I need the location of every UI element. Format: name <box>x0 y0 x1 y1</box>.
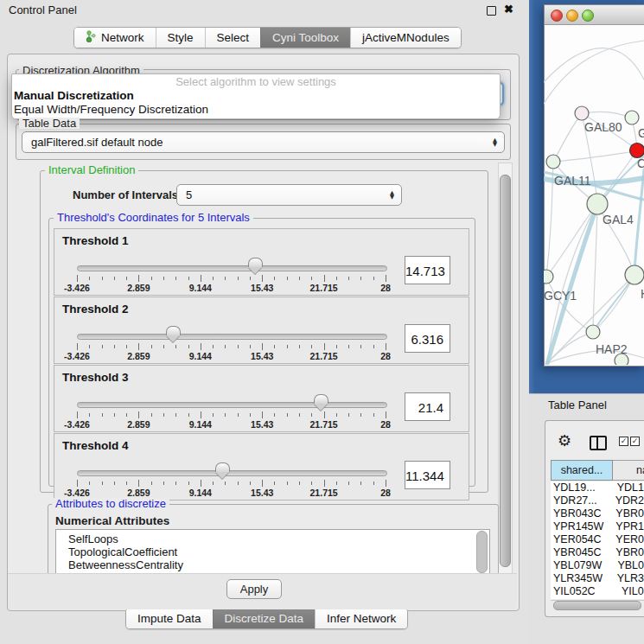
table-row[interactable]: YDR27...YDR2 <box>551 494 644 507</box>
tick-mark <box>77 411 78 418</box>
tick-mark <box>373 481 374 485</box>
threshold-3-value-field[interactable]: 21.4 <box>405 392 450 421</box>
threshold-4-slider[interactable]: -3.4262.8599.14415.4321.71528 <box>77 434 386 500</box>
tick-mark <box>225 277 226 280</box>
table-row[interactable]: YER054CYER0 <box>551 533 644 546</box>
slider-track[interactable] <box>77 402 387 408</box>
tick-label: 15.43 <box>251 419 273 430</box>
panel-scrollbar-thumb[interactable] <box>500 175 511 567</box>
attribute-list-item[interactable]: SelfLoops <box>56 530 489 545</box>
minimize-traffic-light-icon[interactable] <box>566 10 578 22</box>
tick-mark <box>348 413 349 417</box>
node-gal11[interactable] <box>546 155 560 169</box>
attribute-list-item[interactable]: TopologicalCoefficient <box>56 545 489 558</box>
close-icon[interactable]: ✖ <box>504 3 513 16</box>
tick-label: 15.43 <box>251 283 273 293</box>
table-row[interactable]: YBL079WYBL0 <box>551 559 644 572</box>
table-hscrollbar-thumb[interactable] <box>553 601 641 610</box>
node-gcy1[interactable] <box>544 270 553 284</box>
threshold-4-value-field[interactable]: 11.344 <box>405 461 450 489</box>
control-panel-tabbar: Network Style Select Cyni Toolbox jActiv… <box>73 27 462 48</box>
tick-label: 21.715 <box>310 351 338 361</box>
table-row[interactable]: YDL19...YDL1 <box>551 481 644 494</box>
checkbox-icon[interactable]: ✓ <box>630 437 640 446</box>
tab-cyni-toolbox[interactable]: Cyni Toolbox <box>260 28 350 48</box>
zoom-traffic-light-icon[interactable] <box>582 10 594 22</box>
tick-mark <box>336 481 337 485</box>
column-header-name[interactable]: na <box>613 460 644 481</box>
node-right[interactable] <box>625 265 644 284</box>
tick-mark <box>299 345 300 348</box>
slider-knob[interactable] <box>314 394 328 404</box>
node-table-rows[interactable]: YDL19...YDL1YDR27...YDR2YBR043CYBR0YPR14… <box>551 481 644 599</box>
tick-mark <box>175 345 176 348</box>
number-of-intervals-combobox[interactable]: 5 ▲▼ <box>176 184 402 206</box>
node-pink[interactable] <box>575 106 589 120</box>
tick-mark <box>336 345 337 348</box>
node-label-gal80: GAL80 <box>584 120 622 134</box>
table-row[interactable]: YPR145WYPR1 <box>551 520 644 533</box>
gear-icon[interactable]: ⚙ <box>558 433 571 449</box>
network-window-titlebar[interactable] <box>545 5 644 25</box>
tick-mark <box>324 480 325 487</box>
popup-item-equal-width-frequency[interactable]: Equal Width/Frequency Discretization <box>12 103 500 117</box>
table-row[interactable]: YBR045CYBR0 <box>551 546 644 559</box>
table-row[interactable]: YIL052CYIL0 <box>551 585 644 598</box>
slider-knob[interactable] <box>215 462 230 472</box>
tick-mark <box>102 481 103 485</box>
number-of-intervals-value: 5 <box>177 188 390 201</box>
tab-jactivemnodules[interactable]: jActiveMNodules <box>350 28 461 48</box>
table-data-combobox[interactable]: galFiltered.sif default node ▲▼ <box>22 131 505 153</box>
slider-track[interactable] <box>77 334 387 340</box>
node-gal4[interactable] <box>587 194 608 214</box>
tab-style[interactable]: Style <box>156 28 205 48</box>
threshold-2-slider[interactable]: -3.4262.8599.14415.4321.71528 <box>77 297 386 363</box>
apply-button[interactable]: Apply <box>226 579 282 599</box>
tab-infer-network[interactable]: Infer Network <box>315 609 407 628</box>
cell-name: YER0 <box>613 533 644 546</box>
tick-mark <box>126 481 127 485</box>
node-red[interactable] <box>630 143 644 158</box>
tick-mark <box>77 343 78 350</box>
tick-mark <box>299 481 300 485</box>
close-traffic-light-icon[interactable] <box>551 10 563 22</box>
threshold-1-value-field[interactable]: 14.713 <box>405 256 450 284</box>
tab-network[interactable]: Network <box>74 28 156 48</box>
table-row[interactable]: YBR043CYBR0 <box>551 507 644 520</box>
slider-knob[interactable] <box>248 258 263 267</box>
slider-knob[interactable] <box>166 326 181 335</box>
tick-mark <box>114 413 115 417</box>
tick-mark <box>102 277 103 280</box>
node-green-topright[interactable] <box>625 111 639 124</box>
popup-item-manual-discretization[interactable]: Manual Discretization <box>12 89 500 103</box>
threshold-1-slider[interactable]: -3.4262.8599.14415.4321.71528 <box>77 229 386 295</box>
tick-mark <box>336 413 337 417</box>
tick-label: 28 <box>380 419 391 430</box>
tab-select[interactable]: Select <box>205 28 261 48</box>
slider-track[interactable] <box>77 470 387 476</box>
attribute-list-item[interactable]: BetweennessCentrality <box>56 558 489 571</box>
cell-name: YDR2 <box>613 494 644 507</box>
attributes-list-scrollbar-thumb[interactable] <box>476 531 488 573</box>
tick-mark <box>163 481 164 485</box>
tick-label: 9.144 <box>189 419 212 430</box>
tick-label: 21.715 <box>310 283 338 293</box>
threshold-3-slider[interactable]: -3.4262.8599.14415.4321.71528 <box>77 366 386 431</box>
table-row[interactable]: YLR345WYLR3 <box>551 572 644 585</box>
slider-track[interactable] <box>77 265 387 271</box>
tick-mark <box>274 481 275 485</box>
tab-impute-data[interactable]: Impute Data <box>126 609 213 628</box>
tab-discretize-data[interactable]: Discretize Data <box>213 609 316 628</box>
network-canvas[interactable]: GAL80 GA GAL11 C GAL4 GCY1 H HAP2 <box>544 24 644 365</box>
cell-name: YPR1 <box>613 520 644 533</box>
float-window-icon[interactable] <box>487 6 496 16</box>
column-header-shared-name[interactable]: shared... <box>551 460 613 481</box>
tick-mark <box>114 345 115 348</box>
tick-mark <box>299 413 300 417</box>
node-hap2[interactable] <box>586 325 600 339</box>
threshold-2-value-field[interactable]: 6.316 <box>405 324 450 353</box>
column-split-icon[interactable] <box>590 436 607 450</box>
tick-mark <box>324 275 325 282</box>
threshold-2-panel: Threshold 2 -3.4262.8599.14415.4321.7152… <box>54 296 469 364</box>
checkbox-icon[interactable]: ✓ <box>619 437 628 446</box>
